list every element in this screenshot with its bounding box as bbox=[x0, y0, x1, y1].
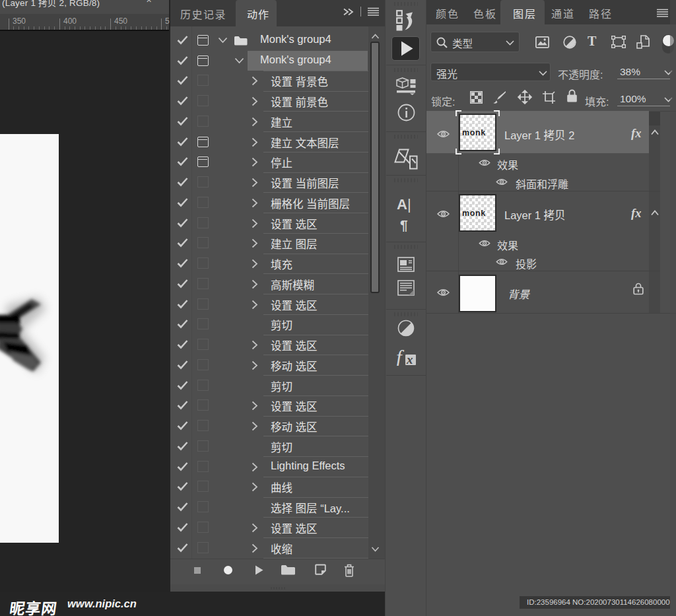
svg-text:x: x bbox=[406, 353, 413, 366]
svg-text:f: f bbox=[396, 348, 405, 366]
